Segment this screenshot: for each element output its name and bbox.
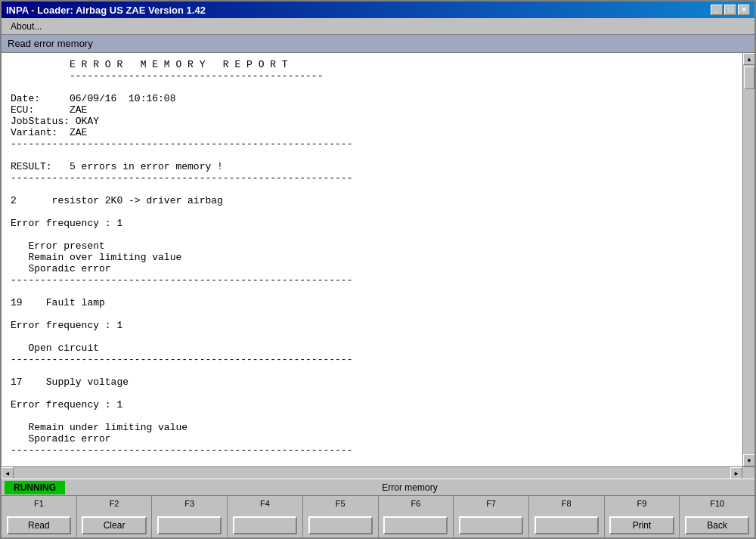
fkey-button-empty-f8 (534, 516, 599, 534)
scroll-down-arrow: ▼ (748, 457, 751, 464)
menu-bar: About... (2, 18, 754, 35)
fkey-button-empty-f3 (157, 516, 222, 534)
title-bar-controls: _ □ ✕ (711, 5, 750, 15)
scroll-left-arrow: ◄ (6, 470, 10, 477)
horizontal-scrollbar-wrapper: ◄ ► (2, 466, 754, 479)
scroll-left-button[interactable]: ◄ (2, 467, 14, 479)
minimize-button[interactable]: _ (711, 5, 723, 15)
panel-label-text: Read error memory (8, 38, 93, 49)
title-bar: INPA - Loader: Airbag US ZAE Version 1.4… (2, 2, 754, 18)
fkey-label-f7: F7 (486, 499, 496, 508)
fkey-button-empty-f4 (233, 516, 297, 534)
fkey-button-f2[interactable]: Clear (82, 516, 146, 534)
fkey-button-empty-f5 (308, 516, 373, 534)
fkey-label-f10: F10 (710, 499, 724, 508)
window-title: INPA - Loader: Airbag US ZAE Version 1.4… (6, 5, 206, 16)
scroll-up-arrow: ▲ (748, 56, 751, 63)
fkey-label-f6: F6 (411, 499, 420, 508)
title-bar-title: INPA - Loader: Airbag US ZAE Version 1.4… (6, 5, 206, 16)
content-wrapper: E R R O R M E M O R Y R E P O R T ------… (2, 53, 754, 466)
fkey-group-f1: F1Read (2, 496, 77, 537)
fkey-button-empty-f7 (459, 516, 523, 534)
fkey-bar: F1ReadF2ClearF3F4F5F6F7F8F9PrintF10Back (2, 495, 754, 537)
content-area[interactable]: E R R O R M E M O R Y R E P O R T ------… (2, 53, 742, 466)
maximize-button[interactable]: □ (724, 5, 736, 15)
fkey-group-f9: F9Print (605, 496, 680, 537)
fkey-group-f5: F5 (303, 496, 379, 537)
status-center-text: Error memory (68, 482, 751, 493)
panel-label: Read error memory (2, 35, 754, 53)
main-window: INPA - Loader: Airbag US ZAE Version 1.4… (0, 0, 756, 539)
fkey-button-f9[interactable]: Print (609, 516, 674, 534)
scroll-corner (742, 467, 754, 479)
fkey-group-f6: F6 (379, 496, 454, 537)
scroll-thumb-v[interactable] (744, 67, 754, 89)
fkey-label-f2: F2 (110, 499, 119, 508)
horizontal-scrollbar: ◄ ► (2, 467, 742, 479)
fkey-button-empty-f6 (383, 516, 448, 534)
fkey-label-f8: F8 (562, 499, 572, 508)
fkey-label-f9: F9 (637, 499, 647, 508)
fkey-group-f7: F7 (454, 496, 529, 537)
fkey-group-f2: F2Clear (77, 496, 153, 537)
fkey-group-f3: F3 (152, 496, 228, 537)
scroll-track-h[interactable] (14, 469, 730, 478)
menu-item-about[interactable]: About... (5, 20, 48, 33)
fkey-group-f4: F4 (228, 496, 303, 537)
scroll-right-button[interactable]: ► (730, 467, 742, 479)
status-bar: RUNNING Error memory (2, 479, 754, 495)
close-button[interactable]: ✕ (738, 5, 750, 15)
fkey-label-f3: F3 (184, 499, 194, 508)
fkey-button-f1[interactable]: Read (7, 516, 71, 534)
status-running: RUNNING (5, 481, 65, 494)
vertical-scrollbar: ▲ ▼ (742, 53, 754, 466)
fkey-group-f10: F10Back (680, 496, 754, 537)
scroll-up-button[interactable]: ▲ (743, 53, 754, 65)
fkey-label-f4: F4 (260, 499, 270, 508)
fkey-button-f10[interactable]: Back (685, 516, 749, 534)
fkey-group-f8: F8 (529, 496, 605, 537)
scroll-track-v[interactable] (743, 65, 754, 454)
fkey-label-f5: F5 (336, 499, 345, 508)
fkey-label-f1: F1 (34, 499, 44, 508)
scroll-down-button[interactable]: ▼ (743, 454, 754, 466)
scroll-right-arrow: ► (735, 470, 739, 477)
